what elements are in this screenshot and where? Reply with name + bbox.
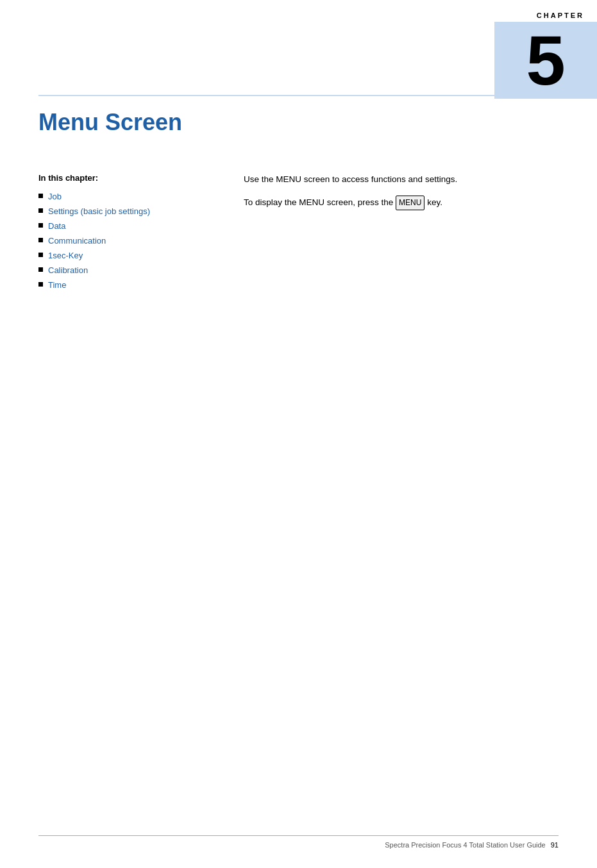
- footer-page-number: 91: [551, 841, 559, 849]
- main-content: In this chapter: Job Settings (basic job…: [38, 173, 559, 295]
- list-item: 1sec-Key: [38, 251, 218, 260]
- toc-link-calibration[interactable]: Calibration: [48, 265, 88, 275]
- footer-text: Spectra Precision Focus 4 Total Station …: [385, 841, 545, 849]
- list-item: Communication: [38, 236, 218, 246]
- description-paragraph-1: Use the MENU screen to access functions …: [244, 173, 559, 187]
- toc-link-1sec-key[interactable]: 1sec-Key: [48, 251, 83, 260]
- bullet-icon: [38, 282, 43, 287]
- bullet-icon: [38, 267, 43, 272]
- toc-link-data[interactable]: Data: [48, 221, 65, 231]
- list-item: Settings (basic job settings): [38, 206, 218, 216]
- list-item: Job: [38, 192, 218, 201]
- chapter-number-box: 5: [494, 22, 597, 99]
- toc-link-settings[interactable]: Settings (basic job settings): [48, 206, 150, 216]
- list-item: Data: [38, 221, 218, 231]
- chapter-number: 5: [526, 25, 565, 96]
- description-paragraph-2: To display the MENU screen, press the ME…: [244, 196, 559, 210]
- chapter-label: CHAPTER: [537, 0, 597, 19]
- menu-key-badge: MENU: [396, 196, 425, 210]
- page-title: Menu Screen: [38, 109, 182, 136]
- list-item: Time: [38, 280, 218, 290]
- in-this-chapter-label: In this chapter:: [38, 173, 218, 183]
- toc-list: Job Settings (basic job settings) Data C…: [38, 192, 218, 290]
- bullet-icon: [38, 223, 43, 228]
- right-column: Use the MENU screen to access functions …: [244, 173, 559, 295]
- chapter-rule: [38, 95, 597, 96]
- paragraph2-before: To display the MENU screen, press the: [244, 197, 396, 207]
- paragraph2-after: key.: [425, 197, 442, 207]
- toc-link-job[interactable]: Job: [48, 192, 62, 201]
- list-item: Calibration: [38, 265, 218, 275]
- page-footer: Spectra Precision Focus 4 Total Station …: [38, 835, 559, 849]
- bullet-icon: [38, 208, 43, 213]
- bullet-icon: [38, 194, 43, 198]
- chapter-header: CHAPTER 5: [405, 0, 597, 99]
- bullet-icon: [38, 253, 43, 257]
- bullet-icon: [38, 238, 43, 242]
- left-column: In this chapter: Job Settings (basic job…: [38, 173, 218, 295]
- page-container: CHAPTER 5 Menu Screen In this chapter: J…: [0, 0, 597, 868]
- toc-link-communication[interactable]: Communication: [48, 236, 106, 246]
- toc-link-time[interactable]: Time: [48, 280, 66, 290]
